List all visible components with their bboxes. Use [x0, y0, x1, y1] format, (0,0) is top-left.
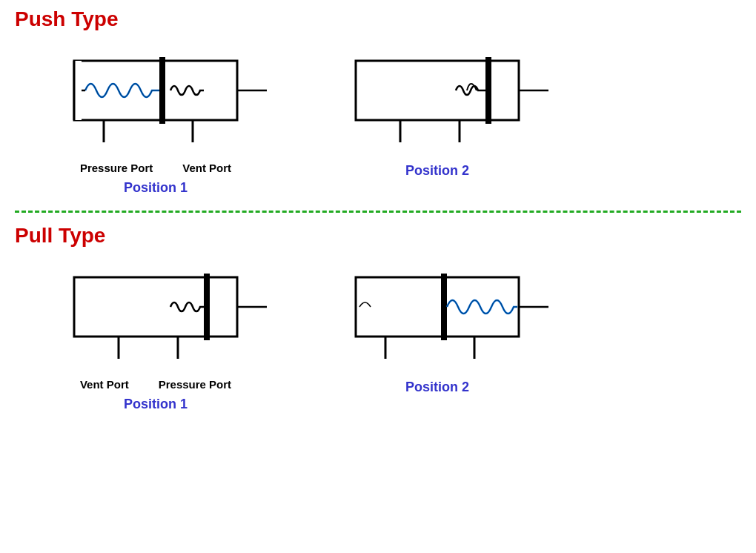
pull-position2-label: Position 2 — [405, 380, 469, 395]
section-divider — [15, 211, 741, 213]
pull-position2-diagram — [326, 255, 548, 374]
push-p1-vent-port: Vent Port — [182, 162, 231, 174]
pull-position2-block: Position 2 — [326, 255, 548, 395]
svg-rect-19 — [441, 274, 447, 340]
push-type-section: Push Type — [15, 7, 741, 196]
svg-rect-18 — [356, 277, 519, 337]
push-p1-pressure-port: Pressure Port — [80, 162, 153, 174]
pull-p1-vent-port: Vent Port — [80, 378, 129, 391]
push-position2-diagram — [326, 39, 548, 157]
pull-position1-block: Vent Port Pressure Port Position 1 — [44, 255, 267, 412]
push-position1-label: Position 1 — [124, 180, 188, 196]
push-position2-label: Position 2 — [405, 163, 469, 179]
push-position1-ports: Pressure Port Vent Port — [80, 162, 231, 174]
pull-position1-ports: Vent Port Pressure Port — [80, 378, 231, 391]
push-type-title: Push Type — [15, 7, 741, 31]
pull-type-positions: Vent Port Pressure Port Position 1 — [15, 255, 741, 412]
push-position2-block: Position 2 — [326, 39, 548, 179]
svg-rect-9 — [485, 57, 491, 124]
svg-rect-14 — [204, 274, 210, 340]
svg-rect-1 — [159, 57, 165, 124]
push-position1-diagram — [44, 39, 267, 157]
pull-position1-label: Position 1 — [124, 397, 188, 412]
pull-type-title: Pull Type — [15, 224, 741, 248]
pull-type-section: Pull Type Vent Port Pressure Port — [15, 224, 741, 412]
pull-p1-pressure-port: Pressure Port — [159, 378, 231, 391]
svg-rect-8 — [356, 61, 519, 120]
pull-position1-diagram — [44, 255, 267, 374]
push-position1-block: Pressure Port Vent Port Position 1 — [44, 39, 267, 196]
push-type-positions: Pressure Port Vent Port Position 1 — [15, 39, 741, 196]
svg-rect-13 — [74, 277, 237, 337]
